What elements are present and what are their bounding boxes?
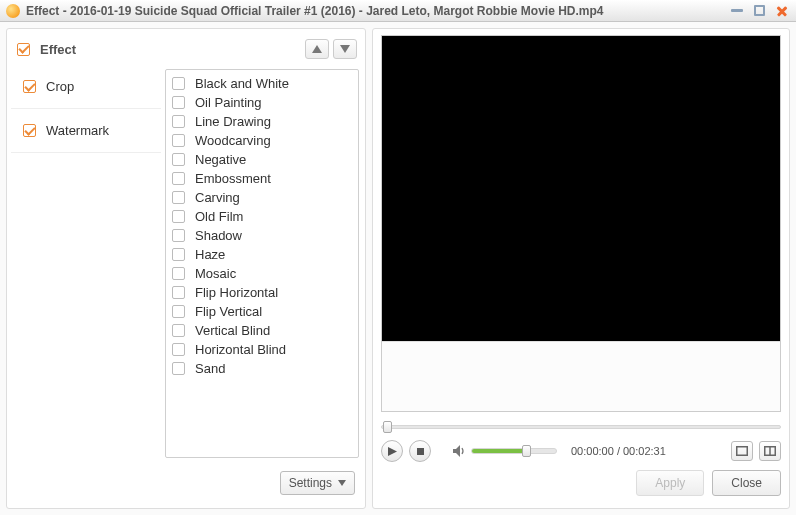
- settings-button[interactable]: Settings: [280, 471, 355, 495]
- sidebar-item-label: Watermark: [46, 123, 109, 138]
- effect-label: Embossment: [195, 171, 271, 186]
- sidebar-item-crop[interactable]: Crop: [11, 65, 161, 109]
- maximize-icon: [754, 5, 765, 16]
- volume-fill: [472, 449, 524, 453]
- effect-item[interactable]: Carving: [172, 188, 352, 207]
- effect-item[interactable]: Black and White: [172, 74, 352, 93]
- effect-checkbox[interactable]: [172, 324, 185, 337]
- chevron-down-icon: [340, 45, 350, 53]
- sidebar-checkbox[interactable]: [23, 124, 36, 137]
- effect-label: Black and White: [195, 76, 289, 91]
- effect-heading-checkbox[interactable]: [17, 43, 30, 56]
- sidebar-item-label: Crop: [46, 79, 74, 94]
- effect-checkbox[interactable]: [172, 343, 185, 356]
- titlebar[interactable]: Effect - 2016-01-19 Suicide Squad Offici…: [0, 0, 796, 22]
- effect-checkbox[interactable]: [172, 248, 185, 261]
- effect-label: Horizontal Blind: [195, 342, 286, 357]
- left-pane-header: Effect: [11, 33, 361, 65]
- effect-item[interactable]: Oil Painting: [172, 93, 352, 112]
- stop-button[interactable]: [409, 440, 431, 462]
- window-close-button[interactable]: [772, 4, 790, 18]
- volume-slider[interactable]: [471, 448, 557, 454]
- effect-label: Vertical Blind: [195, 323, 270, 338]
- workspace: Effect CropWatermark Black and WhiteOil …: [0, 22, 796, 515]
- apply-button[interactable]: Apply: [636, 470, 704, 496]
- effect-checkbox[interactable]: [172, 153, 185, 166]
- left-pane: Effect CropWatermark Black and WhiteOil …: [6, 28, 366, 509]
- effect-checkbox[interactable]: [172, 96, 185, 109]
- aspect-icon: [736, 446, 748, 456]
- effect-item[interactable]: Vertical Blind: [172, 321, 352, 340]
- minimize-icon: [731, 9, 743, 12]
- sidebar-item-watermark[interactable]: Watermark: [11, 109, 161, 153]
- effect-item[interactable]: Shadow: [172, 226, 352, 245]
- effect-label: Flip Horizontal: [195, 285, 278, 300]
- effect-label: Negative: [195, 152, 246, 167]
- volume-thumb[interactable]: [522, 445, 531, 457]
- seek-track: [381, 425, 781, 429]
- fullscreen-icon: [764, 446, 776, 456]
- effect-checkbox[interactable]: [172, 191, 185, 204]
- player-controls: 00:00:00 / 00:02:31: [381, 440, 781, 462]
- effect-item[interactable]: Line Drawing: [172, 112, 352, 131]
- video-preview: [381, 35, 781, 412]
- window-minimize-button[interactable]: [728, 4, 746, 18]
- right-pane: 00:00:00 / 00:02:31 Apply Close: [372, 28, 790, 509]
- move-up-button[interactable]: [305, 39, 329, 59]
- effect-label: Carving: [195, 190, 240, 205]
- effect-checkbox[interactable]: [172, 210, 185, 223]
- effects-list[interactable]: Black and WhiteOil PaintingLine DrawingW…: [165, 69, 359, 458]
- effect-checkbox[interactable]: [172, 362, 185, 375]
- sidebar: CropWatermark: [11, 65, 161, 462]
- fullscreen-button[interactable]: [759, 441, 781, 461]
- stop-icon: [416, 447, 425, 456]
- seek-thumb[interactable]: [383, 421, 392, 433]
- effect-label: Woodcarving: [195, 133, 271, 148]
- effect-checkbox[interactable]: [172, 77, 185, 90]
- effect-item[interactable]: Haze: [172, 245, 352, 264]
- current-time: 00:00:00: [571, 445, 614, 457]
- video-compare-strip: [382, 341, 780, 411]
- move-down-button[interactable]: [333, 39, 357, 59]
- play-icon: [388, 447, 397, 456]
- effect-label: Haze: [195, 247, 225, 262]
- sidebar-checkbox[interactable]: [23, 80, 36, 93]
- app-icon: [6, 4, 20, 18]
- video-viewport[interactable]: [382, 36, 780, 341]
- effect-checkbox[interactable]: [172, 172, 185, 185]
- effect-checkbox[interactable]: [172, 267, 185, 280]
- effect-checkbox[interactable]: [172, 305, 185, 318]
- effect-item[interactable]: Sand: [172, 359, 352, 378]
- effect-checkbox[interactable]: [172, 115, 185, 128]
- effect-checkbox[interactable]: [172, 286, 185, 299]
- effect-item[interactable]: Mosaic: [172, 264, 352, 283]
- volume-icon[interactable]: [453, 445, 467, 457]
- effect-label: Line Drawing: [195, 114, 271, 129]
- left-footer: Settings: [11, 462, 361, 504]
- window-title: Effect - 2016-01-19 Suicide Squad Offici…: [26, 4, 724, 18]
- caret-down-icon: [338, 480, 346, 486]
- effect-checkbox[interactable]: [172, 229, 185, 242]
- effect-item[interactable]: Embossment: [172, 169, 352, 188]
- effect-item[interactable]: Flip Horizontal: [172, 283, 352, 302]
- aspect-button[interactable]: [731, 441, 753, 461]
- settings-label: Settings: [289, 476, 332, 490]
- play-button[interactable]: [381, 440, 403, 462]
- effect-item[interactable]: Negative: [172, 150, 352, 169]
- seek-bar[interactable]: [381, 420, 781, 434]
- effect-label: Shadow: [195, 228, 242, 243]
- effect-label: Mosaic: [195, 266, 236, 281]
- effect-item[interactable]: Woodcarving: [172, 131, 352, 150]
- right-footer: Apply Close: [381, 462, 781, 504]
- effect-item[interactable]: Horizontal Blind: [172, 340, 352, 359]
- effect-checkbox[interactable]: [172, 134, 185, 147]
- svg-rect-1: [737, 447, 748, 456]
- close-button[interactable]: Close: [712, 470, 781, 496]
- total-time: 00:02:31: [623, 445, 666, 457]
- effect-item[interactable]: Old Film: [172, 207, 352, 226]
- effect-heading: Effect: [40, 42, 76, 57]
- chevron-up-icon: [312, 45, 322, 53]
- left-body: CropWatermark Black and WhiteOil Paintin…: [11, 65, 361, 462]
- effect-item[interactable]: Flip Vertical: [172, 302, 352, 321]
- window-maximize-button[interactable]: [750, 4, 768, 18]
